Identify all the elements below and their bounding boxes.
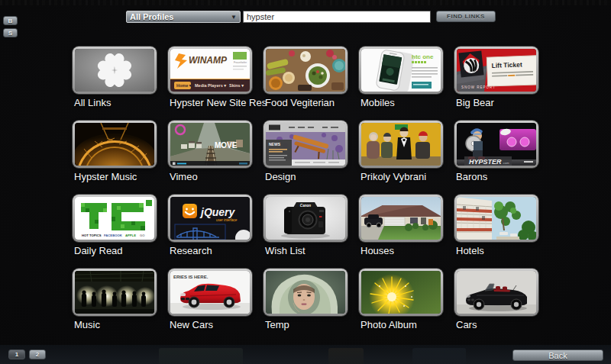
link-tile-vimeo[interactable]: MOVE Vimeo [168, 121, 252, 182]
fraunhofer-badge: Fraunhofer [234, 61, 247, 64]
tile-thumbnail-frame: ERIES IS HERE. [168, 269, 252, 316]
ghost-thumbnail [159, 348, 243, 364]
tile-label: Hypster New Site Res [170, 97, 252, 108]
clover-icon [75, 49, 154, 92]
canon-camera-thumbnail: Canon [266, 197, 345, 240]
tile-label: Vimeo [170, 171, 252, 182]
htc-one-logo: htc one [412, 53, 434, 60]
tile-thumbnail-frame [263, 269, 348, 316]
tile-label: Hypster Music [74, 171, 157, 182]
tile-label: Photo Album [360, 319, 443, 330]
tile-label: Research [170, 245, 252, 256]
tile-thumbnail-frame: SNOW REPORT Lift Ticket [454, 47, 538, 94]
link-tile-research[interactable]: jQuery user interface Research [168, 195, 252, 256]
page-button-1[interactable]: 1 [8, 350, 25, 359]
link-tile-big-bear[interactable]: SNOW REPORT Lift Ticket Big Bear [454, 47, 538, 108]
tile-thumbnail-frame: HOT TOPICS FACEBOOK APPLE GO [73, 195, 157, 242]
jquery-sub-text: user interface [216, 218, 238, 222]
link-tile-hypster-music[interactable]: Hypster Music [73, 121, 157, 182]
nav-home: Home ▾ [176, 83, 192, 88]
bear-logo [458, 50, 483, 77]
tile-thumbnail-frame [73, 269, 157, 316]
tile-label: Hotels [456, 245, 538, 256]
tile-thumbnail-frame: Canon [263, 195, 348, 242]
food-photo-thumbnail [266, 49, 345, 92]
techcrunch-thumbnail: HOT TOPICS FACEBOOK APPLE GO [75, 197, 154, 240]
red-bmw-thumbnail: ERIES IS HERE. [170, 271, 250, 314]
link-tile-photo-album[interactable]: Photo Album [359, 269, 443, 330]
side-button-b[interactable]: B [3, 16, 18, 25]
link-tile-design[interactable]: NEWS Design [263, 121, 348, 182]
tile-thumbnail-frame [359, 121, 443, 168]
nav-skins: Skins ▾ [229, 83, 244, 88]
tile-thumbnail-frame [73, 121, 157, 168]
search-input[interactable] [243, 11, 431, 23]
link-tile-wish-list[interactable]: Canon Wish List [263, 195, 348, 256]
canon-brand-text: Canon [300, 204, 311, 208]
hypster-logo-suffix: .com [503, 161, 509, 165]
tile-label: Barons [456, 171, 538, 182]
tile-label: Temp [265, 319, 348, 330]
hotel-photo-thumbnail [457, 197, 536, 240]
band-photo-thumbnail [75, 271, 154, 314]
tile-thumbnail-frame: NEWS [263, 121, 348, 168]
tile-thumbnail-frame: WINAMP Fraunhofer Home ▾ Media Players ▾… [168, 47, 252, 94]
tile-label: Prikoly Vybrani [360, 171, 443, 182]
tile-label: Big Bear [456, 97, 538, 108]
design-site-thumbnail: NEWS [266, 123, 345, 166]
tile-label: Houses [360, 245, 443, 256]
tile-thumbnail-frame [263, 47, 348, 94]
tile-thumbnail-frame [454, 269, 538, 316]
eiffel-tower-thumbnail [75, 123, 154, 166]
lift-ticket-headline: Lift Ticket [492, 61, 522, 69]
link-tile-temp[interactable]: Temp [263, 269, 348, 330]
tile-label: Food Vegiterian [265, 97, 348, 108]
house-photo-thumbnail [361, 197, 441, 240]
back-button[interactable]: Back [512, 350, 603, 361]
link-tile-daily-read[interactable]: HOT TOPICS FACEBOOK APPLE GO Daily Read [73, 195, 157, 256]
yellow-flower-thumbnail [361, 271, 441, 314]
vimeo-player-thumbnail: MOVE [170, 123, 250, 166]
big-bear-site-thumbnail: SNOW REPORT Lift Ticket [457, 49, 536, 92]
profiles-dropdown-value: All Profiles [130, 12, 173, 21]
news-panel-title: NEWS [269, 142, 281, 147]
video-title-overlay: MOVE [215, 141, 238, 150]
tile-label: Design [265, 171, 348, 182]
tile-label: Daily Read [74, 245, 157, 256]
chevron-down-icon: ▼ [231, 14, 237, 21]
winamp-logo-text: WINAMP [189, 55, 228, 66]
profiles-dropdown[interactable]: All Profiles ▼ [126, 11, 241, 23]
link-tile-food-vegiterian[interactable]: Food Vegiterian [263, 47, 348, 108]
link-tile-all-links[interactable]: All Links [73, 47, 157, 108]
tile-thumbnail-frame: htc one [359, 47, 443, 94]
link-tile-hypster-new-site-res[interactable]: WINAMP Fraunhofer Home ▾ Media Players ▾… [168, 47, 252, 108]
ticker-apple: APPLE [125, 234, 136, 237]
link-tile-new-cars[interactable]: ERIES IS HERE. New Cars [168, 269, 252, 330]
hypster-logo-text: HYPSTER [469, 158, 502, 166]
link-tile-cars[interactable]: Cars [454, 269, 538, 330]
portrait-thumbnail [266, 271, 345, 314]
link-tile-barons[interactable]: HYPSTER .com Barons [454, 121, 538, 182]
group-photo-thumbnail [361, 123, 441, 166]
tile-thumbnail-frame: HYPSTER .com [454, 121, 538, 168]
side-button-s[interactable]: S [3, 28, 18, 37]
black-convertible-thumbnail [457, 271, 536, 314]
find-links-button[interactable]: FIND LINKS [436, 11, 496, 22]
jquery-ui-thumbnail: jQuery user interface [170, 197, 250, 240]
tile-thumbnail-frame [454, 195, 538, 242]
tile-thumbnail-frame: MOVE [168, 121, 252, 168]
link-tile-houses[interactable]: Houses [359, 195, 443, 256]
tile-thumbnail-frame [73, 47, 157, 94]
nav-media-players: Media Players ▾ [195, 83, 226, 88]
tile-label: All Links [74, 97, 157, 108]
winamp-site-thumbnail: WINAMP Fraunhofer Home ▾ Media Players ▾… [170, 49, 250, 92]
link-tile-prikoly-vybrani[interactable]: Prikoly Vybrani [359, 121, 443, 182]
jquery-logo-text: jQuery [199, 206, 236, 218]
link-tile-mobiles[interactable]: htc one Mobiles [359, 47, 443, 108]
link-tile-music[interactable]: Music [73, 269, 157, 330]
campaign-headline: ERIES IS HERE. [173, 275, 209, 279]
link-tile-hotels[interactable]: Hotels [454, 195, 538, 256]
htc-phone-thumbnail: htc one [361, 49, 441, 92]
page-button-2[interactable]: 2 [29, 350, 46, 359]
tile-thumbnail-frame: jQuery user interface [168, 195, 252, 242]
